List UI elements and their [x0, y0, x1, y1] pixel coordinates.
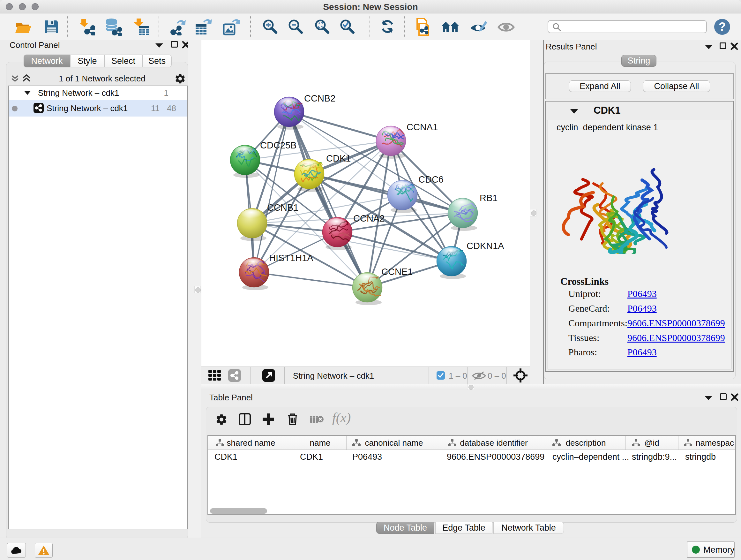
svg-text:HIST1H1A: HIST1H1A: [269, 253, 313, 263]
svg-text:CCNA2: CCNA2: [353, 213, 385, 224]
svg-text:RB1: RB1: [480, 193, 497, 203]
svg-text:CCNA1: CCNA1: [407, 122, 438, 132]
svg-text:CCNB1: CCNB1: [267, 202, 298, 212]
svg-text:CDC6: CDC6: [418, 174, 444, 185]
svg-text:CCNE1: CCNE1: [381, 266, 413, 277]
svg-text:CDK1: CDK1: [326, 153, 351, 164]
svg-text:CCNB2: CCNB2: [304, 93, 335, 104]
svg-text:CDKN1A: CDKN1A: [467, 241, 504, 251]
svg-text:CDC25B: CDC25B: [260, 140, 296, 150]
svg-text:?: ?: [719, 20, 726, 33]
